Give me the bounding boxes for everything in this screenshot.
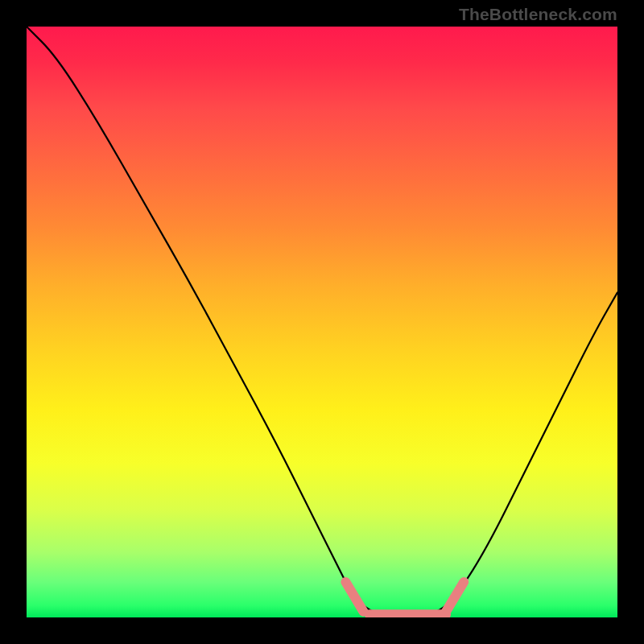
highlight-segment	[446, 582, 464, 612]
bottleneck-curve	[27, 27, 617, 617]
attribution-text: TheBottleneck.com	[459, 5, 617, 24]
highlight-segment	[345, 582, 363, 612]
optimal-highlight	[345, 582, 464, 614]
chart-stage: TheBottleneck.com	[0, 0, 644, 644]
curve-layer	[27, 27, 617, 617]
plot-area	[27, 27, 617, 617]
